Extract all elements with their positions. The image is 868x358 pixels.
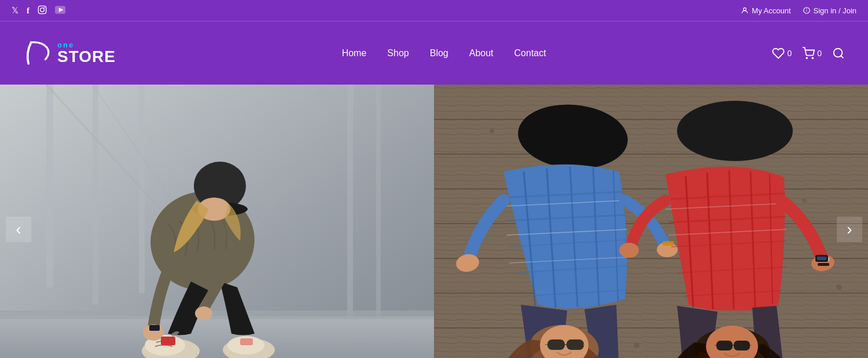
svg-rect-20 [0,316,434,358]
hero-left-image [0,85,434,358]
svg-rect-103 [818,263,829,266]
twitter-icon[interactable]: 𝕏 [12,5,19,16]
main-nav: one STORE Home Shop Blog About Contact 0… [0,21,868,85]
nav-shop[interactable]: Shop [387,48,409,59]
svg-line-10 [841,56,843,58]
logo-text: one STORE [57,41,116,65]
svg-rect-16 [376,85,381,328]
svg-point-50 [490,129,494,133]
svg-point-5 [744,8,746,10]
signin-link[interactable]: Sign in / Join [803,6,856,15]
svg-point-7 [807,57,808,59]
svg-point-1 [41,8,45,12]
facebook-icon[interactable]: f [27,6,30,16]
svg-rect-73 [547,339,565,350]
svg-point-9 [834,48,843,57]
svg-rect-15 [347,85,353,316]
social-links: 𝕏 f [12,5,65,16]
svg-point-54 [836,284,842,290]
svg-rect-12 [46,85,53,287]
nav-icons: 0 0 [772,47,845,60]
my-account-link[interactable]: My Account [741,6,790,15]
carousel-prev-button[interactable]: ‹ [6,217,31,242]
svg-point-56 [634,342,639,348]
hero-right-image [434,85,868,358]
svg-rect-96 [716,341,733,350]
top-bar: 𝕏 f My Account Sign in / Join [0,0,868,21]
nav-links: Home Shop Blog About Contact [342,48,546,59]
cart-button[interactable]: 0 [802,47,822,60]
svg-point-104 [619,243,639,258]
logo[interactable]: one STORE [23,37,116,69]
nav-contact[interactable]: Contact [514,48,546,59]
hero-right-panel [434,85,868,358]
nav-home[interactable]: Home [342,48,367,59]
svg-point-31 [195,306,212,320]
svg-rect-33 [240,338,253,345]
nav-about[interactable]: About [469,48,494,59]
svg-rect-106 [817,257,826,260]
top-bar-right: My Account Sign in / Join [741,6,856,15]
hero-section: ‹ › [0,85,868,358]
svg-rect-21 [0,310,434,319]
youtube-icon[interactable] [55,6,65,16]
svg-rect-80 [663,241,674,246]
search-button[interactable] [832,47,845,60]
carousel-next-button[interactable]: › [837,217,862,242]
hero-left-panel [0,85,434,358]
svg-point-53 [802,198,807,203]
svg-rect-32 [161,337,175,345]
svg-rect-74 [567,339,584,350]
logo-icon [23,37,55,69]
svg-rect-34 [149,325,160,331]
svg-rect-97 [734,341,750,350]
svg-point-8 [812,57,814,59]
nav-blog[interactable]: Blog [430,48,448,59]
svg-point-2 [44,7,45,8]
wishlist-button[interactable]: 0 [772,47,792,60]
svg-rect-13 [93,85,98,305]
instagram-icon[interactable] [38,5,47,16]
svg-rect-0 [38,6,46,13]
svg-point-81 [677,101,793,161]
